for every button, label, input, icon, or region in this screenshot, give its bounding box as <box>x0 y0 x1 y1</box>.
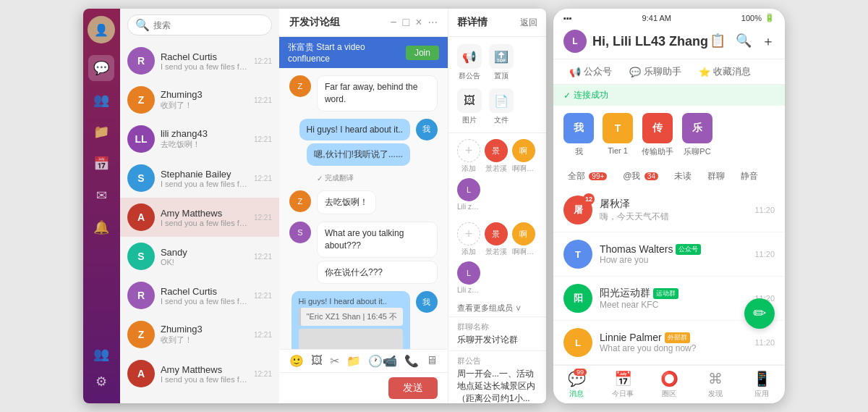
contact-avatar-1: Z <box>127 86 155 114</box>
contact-item-6[interactable]: R Rachel Curtis I send you a few files f… <box>120 276 279 315</box>
sub-tab-unread[interactable]: 未读 <box>670 169 696 184</box>
contact-preview-1: 收到了！ <box>161 100 248 111</box>
friend-label-me: 我 <box>575 146 583 157</box>
member-item6: 啊 啊啊啊... <box>512 222 535 257</box>
pin-icon: 🔝 <box>489 44 514 69</box>
mobile-title-area: L Hi, Lili LL43 Zhang <box>563 30 708 53</box>
back-button[interactable]: 返回 <box>520 17 537 29</box>
contact-time-1: 12:21 <box>254 96 272 104</box>
contact-item-1[interactable]: Z Zhuming3 收到了！ 12:21 <box>120 80 279 119</box>
image-icon[interactable]: 🖼 <box>311 354 323 368</box>
chat-name-3: 阳光运动群 运动群 <box>600 287 747 300</box>
sub-tab-all[interactable]: 全部 99+ <box>563 169 611 184</box>
mobile-bottom-nav: 💬 消息 99 📅 今日事 ⭕ 圈区 ⌘ 发现 📱 应用 <box>553 365 785 403</box>
sidebar-icon-notifications[interactable]: 🔔 <box>88 214 114 240</box>
send-button[interactable]: 发送 <box>388 377 438 399</box>
group-action-pin[interactable]: 🔝 置顶 <box>489 44 514 81</box>
clock-icon[interactable]: 🕐 <box>368 354 383 368</box>
mobile-time: 9:41 AM <box>642 14 671 22</box>
images-icon: 🖼 <box>457 88 482 113</box>
tab-official[interactable]: 📢 公众号 <box>561 59 621 84</box>
notes-icon[interactable]: 📋 <box>710 33 726 50</box>
contact-avatar-0: R <box>127 47 155 75</box>
file-icon[interactable]: 📁 <box>346 354 361 368</box>
sidebar-icon-contacts[interactable]: 👥 <box>88 87 114 113</box>
search-input-wrap[interactable]: 🔍 <box>127 14 272 35</box>
sidebar-icon-files[interactable]: 📁 <box>88 119 114 145</box>
chat-info-2: Thomas Walters 公众号 How are you <box>600 243 747 265</box>
chat-name-2: Thomas Walters 公众号 <box>600 243 747 255</box>
friend-transfer[interactable]: 传 传输助手 <box>642 113 673 157</box>
chat-info-4: Linnie Palmer 外部群 What are you dong now? <box>600 332 747 353</box>
message-bubble: Far far away, behind the word. <box>317 75 438 112</box>
add-icon[interactable]: ＋ <box>762 33 775 50</box>
friend-me[interactable]: 我 我 <box>563 113 594 157</box>
search-input[interactable] <box>153 20 264 30</box>
more-icon[interactable]: ··· <box>428 16 438 29</box>
group-announcement-label: 群公告 <box>457 356 537 366</box>
me-badge: 34 <box>644 172 658 180</box>
group-action-images[interactable]: 🖼 图片 <box>457 88 482 125</box>
sidebar-icon-groups[interactable]: 👥 <box>88 341 114 367</box>
maximize-icon[interactable]: □ <box>403 16 410 29</box>
mobile-search-icon[interactable]: 🔍 <box>736 33 752 50</box>
member-add[interactable]: + 添加 <box>457 139 480 174</box>
chat-avatar-4: L <box>563 328 592 357</box>
nav-discover[interactable]: ⌘ 发现 <box>692 370 739 399</box>
message-bubble-other: 去吃饭咧！ <box>317 190 376 214</box>
add-member-button2[interactable]: + <box>457 222 480 245</box>
friend-avatar-tier1: T <box>603 113 633 143</box>
files-label: 文件 <box>494 115 509 125</box>
contact-item-0[interactable]: R Rachel Curtis I send you a few files f… <box>120 41 279 80</box>
sub-tab-group[interactable]: 群聊 <box>703 169 729 184</box>
sidebar-icon-calendar[interactable]: 📅 <box>88 151 114 177</box>
group-members-row2: + 添加 景 景若溪 啊 啊啊啊... L Lili zh... <box>448 216 546 300</box>
join-button[interactable]: Join <box>406 46 439 60</box>
tab-favorites[interactable]: ⭐ 收藏消息 <box>690 59 760 84</box>
chat-item-1[interactable]: 屠 12 屠秋泽 嗨，今天天气不错 11:20 <box>553 188 785 232</box>
contact-item-7[interactable]: Z Zhuming3 收到了！ 12:21 <box>120 315 279 354</box>
fab-button[interactable]: ✏ <box>744 298 775 329</box>
phone-icon[interactable]: 📞 <box>404 354 419 368</box>
sub-tab-me[interactable]: @我 34 <box>618 169 663 184</box>
contact-item-5[interactable]: S Sandy OK! 12:21 <box>120 237 279 276</box>
nav-circle[interactable]: ⭕ 圈区 <box>646 370 692 399</box>
chat-item-4[interactable]: L Linnie Palmer 外部群 What are you dong no… <box>553 321 785 365</box>
add-member-button[interactable]: + <box>457 139 480 162</box>
more-members-button[interactable]: 查看更多组成员 ∨ <box>448 300 546 316</box>
friend-avatar-me: 我 <box>563 113 594 143</box>
nav-messages[interactable]: 💬 消息 99 <box>553 370 600 399</box>
video-icon[interactable]: 📹 <box>383 354 397 368</box>
tab-assistant[interactable]: 💬 乐聊助手 <box>621 59 690 84</box>
screen-share-icon[interactable]: 🖥 <box>426 354 438 368</box>
sub-tab-mute[interactable]: 静音 <box>736 169 762 184</box>
contact-item-8[interactable]: A Amy Matthews I send you a few files fo… <box>120 354 279 393</box>
chat-info-3: 阳光运动群 运动群 Meet near KFC <box>600 287 747 310</box>
contact-item-3[interactable]: S Stephanie Bailey I send you a few file… <box>120 159 279 198</box>
scissors-icon[interactable]: ✂ <box>330 354 339 368</box>
chat-preview-1: 嗨，今天天气不错 <box>600 211 747 223</box>
group-action-announcement[interactable]: 📢 群公告 <box>457 44 482 81</box>
user-avatar[interactable]: 👤 <box>88 16 115 43</box>
message-row: Z Far far away, behind the word. <box>289 75 438 112</box>
nav-today[interactable]: 📅 今日事 <box>600 370 646 399</box>
sidebar-icon-mail[interactable]: ✉ <box>88 182 114 209</box>
chat-item-2[interactable]: T Thomas Walters 公众号 How are you 11:20 <box>553 232 785 277</box>
battery-icon: 🔋 <box>765 13 775 22</box>
close-icon[interactable]: × <box>415 16 422 29</box>
nav-apps[interactable]: 📱 应用 <box>739 370 785 399</box>
group-action-files[interactable]: 📄 文件 <box>489 88 514 125</box>
contact-avatar-3: S <box>127 164 155 192</box>
friend-tier1[interactable]: T Tier 1 <box>603 113 633 157</box>
minimize-icon[interactable]: − <box>390 16 396 29</box>
desktop-app: 👤 💬 👥 📁 📅 ✉ 🔔 👥 ⚙ 🔍 R Rachel Curtis I se… <box>83 9 546 403</box>
sidebar-icon-settings[interactable]: ⚙ <box>88 369 114 395</box>
sidebar-icon-chat[interactable]: 💬 <box>88 55 114 81</box>
contact-preview-4: I send you a few files for wor... <box>161 219 248 227</box>
contact-name-7: Zhuming3 <box>161 324 248 335</box>
sidebar: 👤 💬 👥 📁 📅 ✉ 🔔 👥 ⚙ <box>83 9 120 403</box>
friend-pc[interactable]: 乐 乐聊PC <box>682 113 712 157</box>
contact-item-2[interactable]: LL lili zhang43 去吃饭咧！ 12:21 <box>120 119 279 159</box>
contact-item-4[interactable]: A Amy Matthews I send you a few files fo… <box>120 198 279 237</box>
emoji-icon[interactable]: 🙂 <box>289 354 304 368</box>
